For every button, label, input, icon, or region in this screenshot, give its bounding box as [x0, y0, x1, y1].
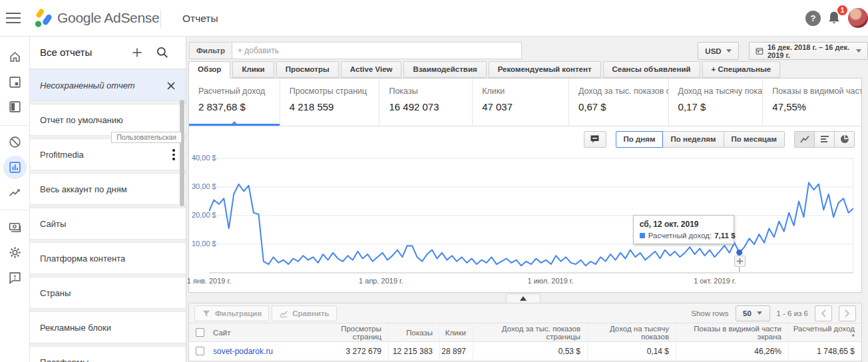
line-chart-icon[interactable]: [794, 131, 815, 148]
tab-ad-sessions[interactable]: Сеансы объявлений: [603, 61, 700, 78]
cell-page-views: 3 272 679: [318, 342, 388, 360]
column-header[interactable]: Доход на тысячу показов: [587, 323, 676, 341]
tab-active-view[interactable]: Active View: [341, 61, 402, 78]
reports-icon[interactable]: [0, 155, 30, 179]
tab-custom[interactable]: + Специальные: [702, 61, 781, 78]
prev-page-button[interactable]: [815, 305, 832, 321]
table-header-row: Сайт Просмотры страниц Показы Клики Дохо…: [189, 323, 861, 342]
table-toolbar: Фильтрация Сравнить Show rows 50 1 - 6 и…: [189, 303, 861, 323]
tab-views[interactable]: Просмотры: [276, 61, 339, 78]
ads-icon[interactable]: [0, 70, 30, 94]
avatar[interactable]: [848, 8, 868, 28]
adsense-logo-icon: [33, 9, 53, 29]
column-header[interactable]: Показы в видимой части экрана: [676, 323, 788, 341]
more-options-icon[interactable]: [172, 149, 175, 162]
date-range-button[interactable]: 16 дек. 2018 г. – 16 дек. 2019 г.: [749, 42, 868, 60]
tab-recommended-content[interactable]: Рекомендуемый контент: [489, 61, 601, 78]
scorecard-estimated-earnings[interactable]: Расчетный доход 2 837,68 $: [189, 79, 280, 126]
scorecard-impression-rpm[interactable]: Доход на тысячу показов 0,17 $: [669, 79, 763, 126]
column-header[interactable]: Просмотры страниц: [318, 323, 388, 341]
blocking-controls-icon[interactable]: [0, 130, 30, 154]
cell-impressions: 12 215 383: [388, 342, 439, 360]
add-report-icon[interactable]: [130, 45, 144, 60]
sidebar-header: Все отчеты: [30, 37, 186, 69]
currency-select[interactable]: USD: [698, 42, 739, 60]
sidebar-scrollbar[interactable]: [180, 100, 184, 206]
revenue-line-chart[interactable]: [209, 153, 853, 275]
column-header[interactable]: Сайт: [212, 329, 318, 337]
chart-tooltip: сб, 12 окт. 2019 Расчетный доход: 7,11 $: [633, 215, 734, 244]
row-checkbox[interactable]: [196, 347, 204, 355]
tab-overview[interactable]: Обзор: [188, 61, 230, 79]
filter-bar: Фильтр: [189, 42, 522, 59]
reports-sidebar: Все отчеты Несохраненный отчет Отчет по …: [30, 37, 186, 362]
sidebar-item-default-report[interactable]: Отчет по умолчанию: [30, 104, 186, 136]
granularity-by-day[interactable]: По дням: [616, 131, 664, 148]
tooltip-value-row: Расчетный доход: 7,11 $: [640, 232, 728, 240]
page-title: Отчеты: [182, 13, 218, 25]
tab-interactions[interactable]: Взаимодействия: [403, 61, 486, 78]
column-header[interactable]: Расчетный доход *: [788, 323, 861, 341]
custom-report-badge: Пользовательская: [111, 132, 182, 143]
rail-separator: [0, 210, 30, 210]
sidebar-item-ad-units[interactable]: Рекламные блоки: [30, 311, 186, 343]
table-filter-button[interactable]: Фильтрация: [194, 305, 269, 321]
x-axis-label: 1 янв. 2019 г.: [187, 277, 231, 285]
scorecard-page-views[interactable]: Просмотры страниц 4 218 559: [280, 79, 380, 126]
sites-icon[interactable]: [0, 94, 30, 118]
scorecard-clicks[interactable]: Клики 47 037: [473, 79, 569, 126]
collapse-chart-button[interactable]: [506, 293, 541, 303]
cell-viewability: 46,26%: [676, 342, 788, 360]
chevron-left-icon: [821, 309, 826, 317]
table-compare-button[interactable]: Сравнить: [272, 305, 337, 321]
product-name: Google AdSense: [57, 10, 159, 26]
cell-estimated-earnings: 1 748,65 $: [788, 342, 861, 360]
search-icon[interactable]: [155, 45, 170, 60]
main-content: Фильтр USD 16 дек. 2018 г. – 16 дек. 201…: [186, 37, 868, 362]
payments-icon[interactable]: [0, 215, 30, 239]
report-tabs: Обзор Клики Просмотры Active View Взаимо…: [188, 61, 782, 79]
bar-chart-icon[interactable]: [814, 131, 835, 148]
page-size-select[interactable]: 50: [736, 305, 770, 321]
sidebar-item-content-platform[interactable]: Платформа контента: [30, 242, 186, 274]
settings-icon[interactable]: [0, 240, 30, 264]
feedback-icon[interactable]: [0, 266, 30, 289]
select-all-checkbox[interactable]: [196, 328, 204, 337]
sidebar-item-unsaved-report[interactable]: Несохраненный отчет: [30, 69, 186, 101]
pie-chart-icon[interactable]: [834, 131, 855, 148]
site-link[interactable]: sovet-podarok.ru: [212, 347, 318, 356]
sidebar-item-profitmedia[interactable]: Пользовательская Profitmedia: [30, 138, 186, 170]
granularity-by-month[interactable]: По месяцам: [724, 131, 785, 148]
table-pagination: Show rows 50 1 - 6 из 6: [691, 305, 856, 321]
column-header[interactable]: Доход за тыс. показов страницы: [473, 323, 587, 341]
scorecard-impressions[interactable]: Показы 16 492 073: [379, 79, 473, 126]
optimization-icon[interactable]: [0, 180, 30, 204]
series-color-swatch: [640, 233, 645, 238]
row-range-label: 1 - 6 из 6: [777, 309, 809, 317]
notifications-button[interactable]: 1: [826, 9, 845, 28]
next-page-button[interactable]: [839, 305, 856, 321]
granularity-by-week[interactable]: По неделям: [662, 131, 724, 148]
tab-clicks[interactable]: Клики: [232, 61, 274, 78]
sidebar-item-sites[interactable]: Сайты: [30, 208, 186, 240]
column-header[interactable]: Клики: [439, 323, 473, 341]
menu-icon[interactable]: [6, 12, 21, 24]
sidebar-item-whole-account-by-day[interactable]: Весь аккаунт по дням: [30, 173, 186, 205]
filter-input[interactable]: [232, 42, 522, 59]
sidebar-item-countries[interactable]: Страны: [30, 277, 186, 309]
sidebar-item-platforms[interactable]: Платформы: [30, 346, 186, 362]
scorecard-viewability[interactable]: Показы в видимой част... 47,55%: [763, 79, 861, 126]
column-header[interactable]: Показы: [388, 323, 439, 341]
annotations-button[interactable]: [584, 131, 606, 148]
tooltip-date: сб, 12 окт. 2019: [640, 220, 728, 229]
chevron-down-icon: [726, 49, 732, 53]
add-annotation-marker[interactable]: [734, 256, 746, 267]
home-icon[interactable]: [0, 45, 30, 69]
scorecard-page-rpm[interactable]: Доход за тыс. показов с... 0,67 $: [569, 79, 669, 126]
chevron-down-icon: [856, 49, 861, 53]
chevron-down-icon: [757, 311, 762, 315]
close-icon[interactable]: [164, 79, 178, 92]
help-icon[interactable]: ?: [805, 11, 821, 26]
chart-controls: По дням По неделям По месяцам: [189, 126, 861, 152]
report-table: Фильтрация Сравнить Show rows 50 1 - 6 и…: [188, 303, 862, 362]
